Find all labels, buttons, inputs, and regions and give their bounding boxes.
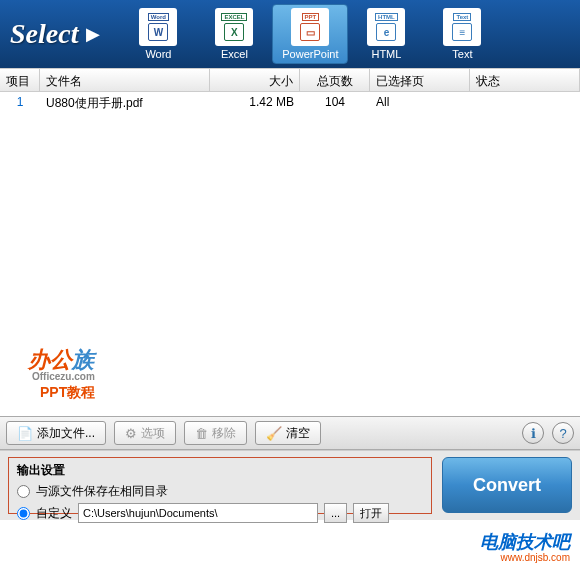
help-button[interactable]: ? [552,422,574,444]
header-size[interactable]: 大小 [210,69,300,91]
output-path-input[interactable] [78,503,318,523]
output-settings-box: 输出设置 与源文件保存在相同目录 自定义 ... 打开 [8,457,432,514]
gear-icon: ⚙ [125,426,137,441]
options-button[interactable]: ⚙ 选项 [114,421,176,445]
open-folder-button[interactable]: 打开 [353,503,389,523]
file-list: 1 U880使用手册.pdf 1.42 MB 104 All 办公族 Offic… [0,92,580,416]
format-text-label: Text [452,48,472,60]
clear-icon: 🧹 [266,426,282,441]
remove-button[interactable]: 🗑 移除 [184,421,247,445]
table-row[interactable]: 1 U880使用手册.pdf 1.42 MB 104 All [0,92,580,114]
select-arrow-icon: ▶ [86,23,100,45]
watermark-ppt-tutorial: PPT教程 [40,384,95,402]
header-filename[interactable]: 文件名 [40,69,210,91]
cell-selected-pages: All [370,92,470,114]
convert-button[interactable]: Convert [442,457,572,513]
header-index[interactable]: 项目 [0,69,40,91]
format-word-button[interactable]: WordW Word [120,4,196,64]
format-toolbar: Select ▶ WordW Word EXCELX Excel PPT▭ Po… [0,0,580,68]
format-excel-button[interactable]: EXCELX Excel [196,4,272,64]
radio-same-dir[interactable] [17,485,30,498]
select-label: Select [10,18,78,50]
label-custom: 自定义 [36,505,72,522]
output-panel: 输出设置 与源文件保存在相同目录 自定义 ... 打开 Convert [0,450,580,520]
info-button[interactable]: ℹ [522,422,544,444]
format-excel-label: Excel [221,48,248,60]
format-text-button[interactable]: Text≡ Text [424,4,500,64]
add-file-button[interactable]: 📄 添加文件... [6,421,106,445]
clear-button[interactable]: 🧹 清空 [255,421,321,445]
header-selected-pages[interactable]: 已选择页 [370,69,470,91]
add-file-icon: 📄 [17,426,33,441]
trash-icon: 🗑 [195,426,208,441]
table-header-row: 项目 文件名 大小 总页数 已选择页 状态 [0,68,580,92]
format-powerpoint-label: PowerPoint [282,48,338,60]
output-title: 输出设置 [17,462,423,479]
label-same-dir: 与源文件保存在相同目录 [36,483,168,500]
cell-total-pages: 104 [300,92,370,114]
cell-filename: U880使用手册.pdf [40,92,210,114]
format-html-button[interactable]: HTMLe HTML [348,4,424,64]
cell-size: 1.42 MB [210,92,300,114]
format-html-label: HTML [371,48,401,60]
cell-index: 1 [0,92,40,114]
format-word-label: Word [145,48,171,60]
cell-status [470,92,580,114]
header-total-pages[interactable]: 总页数 [300,69,370,91]
format-powerpoint-button[interactable]: PPT▭ PowerPoint [272,4,348,64]
action-bar: 📄 添加文件... ⚙ 选项 🗑 移除 🧹 清空 ℹ ? [0,416,580,450]
header-status[interactable]: 状态 [470,69,580,91]
radio-custom[interactable] [17,507,30,520]
watermark-officezu: 办公族 Officezu.com [28,345,95,382]
watermark-dnjsb: 电脑技术吧 www.dnjsb.com [480,530,570,563]
browse-button[interactable]: ... [324,503,347,523]
